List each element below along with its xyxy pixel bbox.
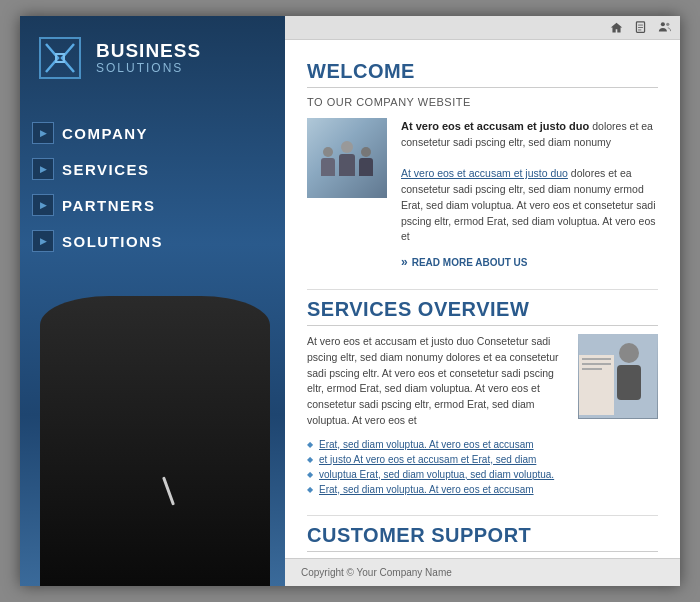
people-icon[interactable]	[656, 20, 672, 36]
services-text-block: At vero eos et accusam et justo duo Cons…	[307, 334, 564, 437]
footer-text: Copyright © Your Company Name	[301, 567, 452, 578]
home-icon[interactable]	[608, 20, 624, 36]
app-window: BUSINESS SOLUTIONS COMPANY SERVICES PART…	[20, 16, 680, 586]
svg-rect-10	[617, 365, 641, 400]
brand-subtitle: SOLUTIONS	[96, 61, 201, 75]
svg-rect-14	[582, 368, 602, 370]
svg-point-6	[660, 22, 664, 26]
topbar	[285, 16, 680, 40]
nav-arrow-partners	[32, 194, 54, 216]
services-image	[578, 334, 658, 419]
welcome-intro-bold: At vero eos et accusam et justo duo	[401, 120, 589, 132]
sidebar-person-figure	[20, 286, 285, 586]
nav-menu: COMPANY SERVICES PARTNERS SOLUTIONS	[20, 118, 285, 256]
nav-arrow-solutions	[32, 230, 54, 252]
nav-item-services[interactable]: SERVICES	[32, 154, 273, 184]
services-row: At vero eos et accusam et justo duo Cons…	[307, 334, 658, 437]
document-icon[interactable]	[632, 20, 648, 36]
welcome-text: At vero eos et accusam et justo duo dolo…	[401, 118, 658, 271]
services-intro: At vero eos et accusam et justo duo Cons…	[307, 334, 564, 429]
nav-label-services: SERVICES	[62, 161, 150, 178]
welcome-image	[307, 118, 387, 198]
nav-item-company[interactable]: COMPANY	[32, 118, 273, 148]
person-sm-1	[321, 147, 335, 176]
welcome-title: WELCOME	[307, 60, 658, 88]
support-title: CUSTOMER SUPPORT	[307, 524, 658, 552]
welcome-image-inner	[307, 118, 387, 198]
person-sm-2	[339, 141, 355, 176]
brand-text: BUSINESS SOLUTIONS	[96, 41, 201, 76]
services-list-item-4[interactable]: Erat, sed diam voluptua. At vero eos et …	[307, 482, 658, 497]
sidebar: BUSINESS SOLUTIONS COMPANY SERVICES PART…	[20, 16, 285, 586]
sidebar-header: BUSINESS SOLUTIONS	[20, 16, 285, 98]
svg-rect-12	[582, 358, 611, 360]
nav-label-solutions: SOLUTIONS	[62, 233, 163, 250]
main-content: WELCOME TO OUR COMPANY WEBSITE	[285, 16, 680, 586]
services-title: SERVICES OVERVIEW	[307, 298, 658, 326]
content-area: WELCOME TO OUR COMPANY WEBSITE	[285, 40, 680, 558]
welcome-subtitle: TO OUR COMPANY WEBSITE	[307, 96, 658, 108]
support-section: CUSTOMER SUPPORT Consetetur sadi pscing …	[307, 524, 658, 559]
divider-1	[307, 289, 658, 290]
welcome-section: WELCOME TO OUR COMPANY WEBSITE	[307, 60, 658, 271]
person-sm-3	[359, 147, 373, 176]
people-group	[321, 141, 373, 176]
nav-arrow-company	[32, 122, 54, 144]
services-list-item-1[interactable]: Erat, sed diam voluptua. At vero eos et …	[307, 437, 658, 452]
person-image	[40, 296, 270, 586]
logo-icon	[36, 34, 84, 82]
divider-2	[307, 515, 658, 516]
footer-bar: Copyright © Your Company Name	[285, 558, 680, 586]
services-section: SERVICES OVERVIEW At vero eos et accusam…	[307, 298, 658, 497]
services-intro-rest: Consetetur sadi pscing eltr, sed diam no…	[307, 335, 559, 426]
nav-label-company: COMPANY	[62, 125, 148, 142]
brand-title: BUSINESS	[96, 41, 201, 62]
services-intro-bold: At vero eos et accusam et justo duo	[307, 335, 474, 347]
nav-item-partners[interactable]: PARTNERS	[32, 190, 273, 220]
nav-item-solutions[interactable]: SOLUTIONS	[32, 226, 273, 256]
welcome-row: At vero eos et accusam et justo duo dolo…	[307, 118, 658, 271]
read-more-link[interactable]: READ MORE ABOUT US	[401, 253, 658, 271]
nav-arrow-services	[32, 158, 54, 180]
services-list-item-3[interactable]: voluptua Erat, sed diam voluptua, sed di…	[307, 467, 658, 482]
services-list-item-2[interactable]: et justo At vero eos et accusam et Erat,…	[307, 452, 658, 467]
svg-point-9	[619, 343, 639, 363]
nav-label-partners: PARTNERS	[62, 197, 155, 214]
svg-rect-13	[582, 363, 611, 365]
services-list: Erat, sed diam voluptua. At vero eos et …	[307, 437, 658, 497]
welcome-body-bold[interactable]: At vero eos et accusam et justo duo	[401, 167, 568, 179]
svg-point-7	[666, 23, 669, 26]
